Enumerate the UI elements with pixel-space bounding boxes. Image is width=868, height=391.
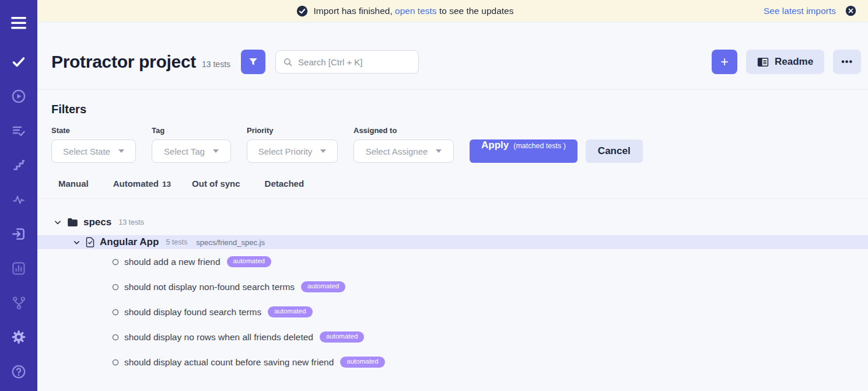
- test-row[interactable]: should display no rows when all friends …: [37, 324, 868, 350]
- test-circle-icon: [112, 284, 119, 291]
- settings-icon[interactable]: [11, 330, 26, 344]
- suite-file-path: specs/friend_spec.js: [196, 238, 265, 247]
- page-title: Protractor project: [51, 52, 196, 72]
- assigned-to-label: Assigned to: [354, 126, 454, 135]
- test-circle-icon: [112, 334, 119, 341]
- cancel-button[interactable]: Cancel: [586, 139, 643, 163]
- state-label: State: [51, 126, 136, 135]
- project-header: Protractor project 13 tests +: [37, 22, 868, 90]
- test-tree: specs 13 tests Angular App 5 tests specs…: [37, 199, 868, 375]
- project-tests-count: 13 tests: [202, 60, 230, 69]
- readme-book-icon: [757, 57, 769, 67]
- test-circle-icon: [112, 309, 119, 316]
- test-plans-icon[interactable]: [11, 123, 26, 138]
- folder-tests-count: 13 tests: [118, 218, 144, 226]
- runs-icon[interactable]: [11, 89, 26, 103]
- automated-badge: automated: [340, 357, 384, 368]
- filter-button[interactable]: [241, 50, 265, 74]
- caret-down-icon: [436, 149, 442, 153]
- caret-down-icon: [320, 149, 326, 153]
- test-title: should not display non-found search term…: [124, 282, 295, 292]
- automated-badge: automated: [301, 281, 345, 292]
- search-icon: [283, 57, 293, 67]
- apply-button[interactable]: Apply (matched tests ): [470, 139, 578, 163]
- filter-field-tag: Tag Select Tag: [152, 126, 231, 163]
- analytics-icon[interactable]: [11, 192, 26, 207]
- test-row[interactable]: should display actual count before savin…: [37, 350, 868, 375]
- tag-label: Tag: [152, 126, 231, 135]
- tag-select[interactable]: Select Tag: [152, 139, 231, 163]
- banner-close-icon[interactable]: [845, 5, 856, 16]
- more-options-button[interactable]: •••: [833, 50, 861, 74]
- help-icon[interactable]: [11, 364, 26, 379]
- funnel-icon: [248, 57, 258, 67]
- filter-field-state: State Select State: [51, 126, 136, 163]
- branches-icon[interactable]: [11, 295, 26, 310]
- test-title: should display found search terms: [124, 307, 261, 317]
- notification-banner: Import has finished, open tests to see t…: [37, 0, 868, 22]
- readme-label: Readme: [775, 56, 813, 68]
- tab-manual[interactable]: Manual: [58, 179, 92, 188]
- chevron-down-icon[interactable]: [54, 218, 62, 226]
- folder-name: specs: [83, 217, 111, 228]
- filters-panel: Filters State Select State Tag Select Ta…: [37, 90, 868, 199]
- filter-field-priority: Priority Select Priority: [247, 126, 338, 163]
- steps-icon[interactable]: [11, 158, 26, 172]
- open-tests-link[interactable]: open tests: [395, 6, 437, 16]
- search-box: [275, 50, 419, 74]
- tab-automated[interactable]: Automated13: [113, 179, 171, 188]
- main-content: Protractor project 13 tests +: [37, 0, 868, 375]
- suite-row-angular-app[interactable]: Angular App 5 tests specs/friend_spec.js: [37, 235, 868, 249]
- test-title: should display actual count before savin…: [124, 357, 334, 368]
- automated-badge: automated: [227, 256, 271, 267]
- sidebar: [0, 0, 37, 391]
- test-type-tabs: Manual Automated13 Out of sync Detached: [37, 163, 868, 199]
- automated-badge: automated: [268, 306, 312, 317]
- suite-name: Angular App: [100, 236, 159, 248]
- spec-file-icon: [86, 237, 94, 247]
- test-circle-icon: [112, 359, 119, 366]
- test-title: should display no rows when all friends …: [124, 332, 313, 343]
- chevron-down-icon[interactable]: [73, 239, 80, 246]
- readme-button[interactable]: Readme: [746, 50, 824, 74]
- assignee-select[interactable]: Select Assignee: [354, 139, 454, 163]
- priority-select[interactable]: Select Priority: [247, 139, 338, 163]
- tab-detached[interactable]: Detached: [265, 179, 308, 188]
- automated-badge: automated: [320, 331, 364, 343]
- tab-out-of-sync[interactable]: Out of sync: [192, 179, 244, 188]
- test-circle-icon: [112, 259, 119, 266]
- test-row[interactable]: should not display non-found search term…: [37, 274, 868, 299]
- banner-message: Import has finished, open tests to see t…: [313, 6, 513, 16]
- import-success-icon: [296, 5, 308, 17]
- import-icon[interactable]: [11, 226, 26, 241]
- caret-down-icon: [118, 149, 124, 153]
- caret-down-icon: [213, 149, 219, 153]
- filters-heading: Filters: [51, 103, 854, 116]
- state-select[interactable]: Select State: [51, 139, 136, 163]
- reports-icon[interactable]: [11, 261, 26, 275]
- add-button[interactable]: +: [712, 50, 737, 74]
- suite-tests-count: 5 tests: [166, 238, 187, 246]
- see-latest-imports-link[interactable]: See latest imports: [764, 6, 836, 16]
- folder-icon: [67, 218, 78, 227]
- priority-label: Priority: [247, 126, 338, 135]
- tests-icon[interactable]: [11, 54, 26, 69]
- menu-icon[interactable]: [11, 16, 26, 30]
- test-row[interactable]: should add a new friend automated: [37, 249, 868, 274]
- test-title: should add a new friend: [124, 257, 220, 267]
- test-row[interactable]: should display found search terms automa…: [37, 299, 868, 324]
- search-input[interactable]: [298, 57, 414, 67]
- folder-row-specs[interactable]: specs 13 tests: [37, 213, 868, 232]
- filter-field-assignee: Assigned to Select Assignee: [354, 126, 454, 163]
